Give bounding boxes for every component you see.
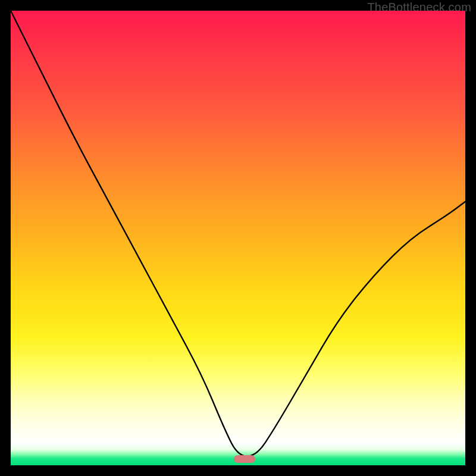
optimal-point-marker [234, 455, 255, 463]
chart-plot-area [11, 11, 465, 465]
chart-frame: TheBottleneck.com [0, 0, 476, 476]
bottleneck-curve [11, 11, 465, 465]
